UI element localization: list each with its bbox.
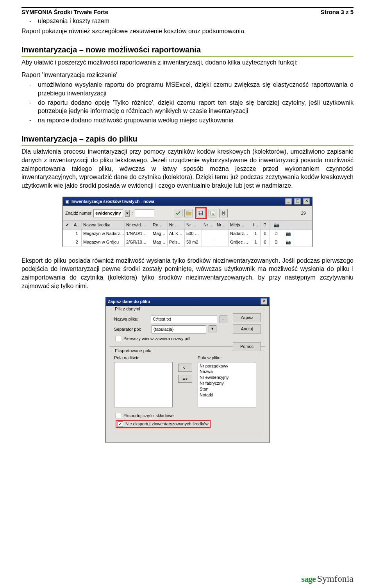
svg-rect-1 [199,212,202,213]
section2-title: Inwentaryzacja – zapis do pliku [21,134,354,146]
skip-inventoried-label: Nie eksportuj zinwentaryzowanych środków [125,421,209,427]
chevron-down-icon[interactable]: ▾ [209,325,216,333]
find-type-select[interactable]: ewidencyjny [93,209,123,217]
intro-list: ulepszenia i koszty razem [21,17,354,25]
cancel-button[interactable]: Anuluj [233,324,261,333]
table-header[interactable]: ✔ A… Nazwa środka Nr ewid… Ro… Nr … Nr …… [63,221,312,229]
list-item[interactable]: Stan [200,386,254,392]
col[interactable]: Nr ewid… [125,221,151,229]
browse-button[interactable]: … [220,316,227,323]
highlight-skip-inventoried: ✔ Nie eksportuj zinwentaryzowanych środk… [116,420,211,428]
svg-text:X: X [212,212,214,215]
screenshot-inventory-window: ▣ Inwentaryzacja środków trwałych - nowa… [62,197,312,247]
checkbox-icon[interactable] [116,413,121,418]
col[interactable]: Nr … [202,221,215,229]
close-icon[interactable]: ✕ [261,298,267,305]
checkbox-icon[interactable] [116,336,121,341]
group-fields: Eksportowane pola Pola na liście <= => P… [110,351,265,434]
page-header: SYMFONIA Środki Trwałe Forte Strona 3 z … [21,7,354,15]
firstrow-checkbox[interactable]: Pierwszy wiersz zawiera nazwy pól [116,336,227,342]
highlight-save [195,207,207,219]
col[interactable]: Nr … [185,221,202,229]
col[interactable]: Ro… [151,221,168,229]
firstrow-label: Pierwszy wiersz zawiera nazwy pól [123,336,190,342]
list-item[interactable]: Nr porządkowy [200,363,254,369]
row-count: 29 [297,210,310,217]
col[interactable]: A… [72,221,82,229]
close-icon[interactable]: ✕ [303,198,310,204]
right-listbox[interactable]: Nr porządkowy Nazwa Nr ewidencyjny Nr fa… [198,362,256,407]
right-list-label: Pola w pliku: [198,355,256,361]
find-input[interactable] [135,209,154,217]
table-row[interactable]: 1 Magazyn w Nadarz… 1/NAD/1… Mag… Al. K…… [63,229,312,238]
dialog-titlebar[interactable]: Zapisz dane do pliku ✕ [105,297,270,306]
doc-icon: 🗋 [270,238,283,246]
group-fields-label: Eksportowane pola [113,348,153,354]
chevron-down-icon[interactable]: ▾ [125,210,130,217]
col[interactable]: Nazwa środka [82,221,125,229]
section2-p2: Eksport do pliku posiada również możliwo… [21,256,354,290]
doc-icon: 🗋 [270,229,283,238]
list-item[interactable]: Notatki [200,392,254,398]
section1-items: umożliwiono wysyłanie raportu do program… [21,81,354,124]
group-file: Plik z danymi Zapisz Anuluj Pomoc Nazwa … [110,309,265,347]
camera-icon: 📷 [283,238,293,246]
col[interactable]: I… [251,221,261,229]
move-right-button[interactable]: => [178,375,192,383]
col[interactable]: Nr… [215,221,229,229]
group-file-label: Plik z danymi [113,306,142,312]
col[interactable]: ✔ [63,221,72,229]
move-left-button[interactable]: <= [178,364,192,372]
separator-label: Separator pól: [114,326,149,332]
list-item: na raporcie dodano możliwość grupowania … [38,116,354,125]
left-listbox[interactable] [114,362,173,407]
list-item[interactable]: Nazwa [200,369,254,375]
dialog-title: Zapisz dane do pliku [108,299,150,305]
app-icon: ▣ [65,199,69,204]
product-name: SYMFONIA Środki Trwałe Forte [21,9,108,15]
help-button[interactable]: Pomoc [233,342,261,351]
intro-after: Raport pokazuje również szczegółowe zest… [21,27,354,36]
check-icon[interactable] [174,209,182,217]
print-icon[interactable] [219,209,228,217]
list-item[interactable]: Nr ewidencyjny [200,375,254,380]
footer-logo: sage Symfonia [301,574,354,584]
col[interactable]: 📷 [270,221,283,229]
left-list-label: Pola na liście [114,355,173,361]
list-item: do raportu dodano opcję 'Tylko różnice',… [38,99,354,115]
save-icon[interactable] [196,209,205,217]
section1-sub: Raport 'Inwentaryzacja rozliczenie' [21,71,354,79]
maximize-icon[interactable]: ▢ [294,198,301,204]
section2-p1: Dla ułatwienia procesu inwentaryzacji pr… [21,147,354,190]
svg-rect-7 [222,214,224,215]
filename-input[interactable]: C:\test.txt [151,315,217,323]
open-icon[interactable] [184,209,193,217]
window-title: Inwentaryzacja środków trwałych - nowa [71,199,154,204]
toolbar: Znajdź numer ewidencyjny ▾ : X 29 [63,206,312,221]
window-titlebar[interactable]: ▣ Inwentaryzacja środków trwałych - nowa… [63,197,312,206]
export-parts-label: Eksportuj części składowe [123,413,173,419]
screenshot-save-dialog: Zapisz dane do pliku ✕ Plik z danymi Zap… [105,297,270,443]
col[interactable]: Nr … [168,221,185,229]
separator-select[interactable]: {tabulacja} [152,325,206,333]
section1-title: Inwentaryzacja – nowe możliwości raporto… [21,45,354,57]
checkbox-icon[interactable]: ✔ [118,421,123,427]
camera-icon: 📷 [283,229,293,238]
svg-rect-2 [200,213,202,215]
svg-rect-6 [222,211,224,213]
col[interactable]: Miejs… [229,221,251,229]
section1-lead: Aby ułatwić i poszerzyć możliwości rapor… [21,58,354,67]
excel-icon[interactable]: X [209,209,217,217]
save-button[interactable]: Zapisz [233,313,261,322]
filename-label: Nazwa pliku: [114,316,148,322]
intro-bullet: ulepszenia i koszty razem [38,17,354,25]
col[interactable]: 🗋 [261,221,270,229]
export-parts-checkbox[interactable]: Eksportuj części składowe [116,413,261,419]
page-number: Strona 3 z 5 [321,9,354,15]
find-label: Znajdź numer [65,210,91,216]
symfonia-logo-text: Symfonia [317,574,354,584]
table-row[interactable]: 2 Magazyn w Grójcu 2/GR/10… Mag… Pols… 5… [63,238,312,247]
sage-logo-text: sage [301,574,315,584]
minimize-icon[interactable]: _ [285,198,292,204]
list-item[interactable]: Nr fabryczny [200,380,254,386]
